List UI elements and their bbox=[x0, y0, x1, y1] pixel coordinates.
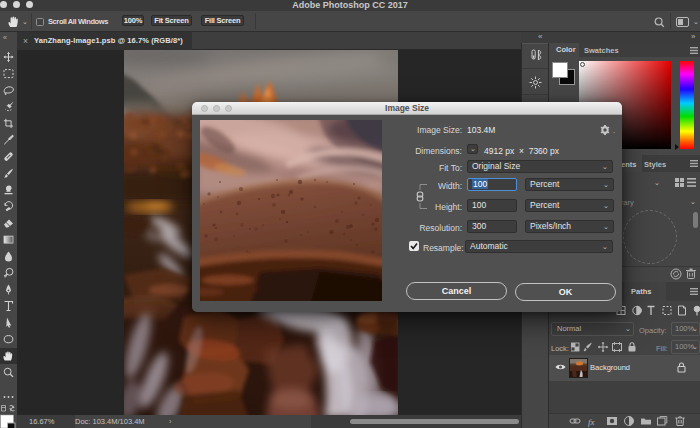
svg-text:fx: fx bbox=[588, 417, 595, 427]
